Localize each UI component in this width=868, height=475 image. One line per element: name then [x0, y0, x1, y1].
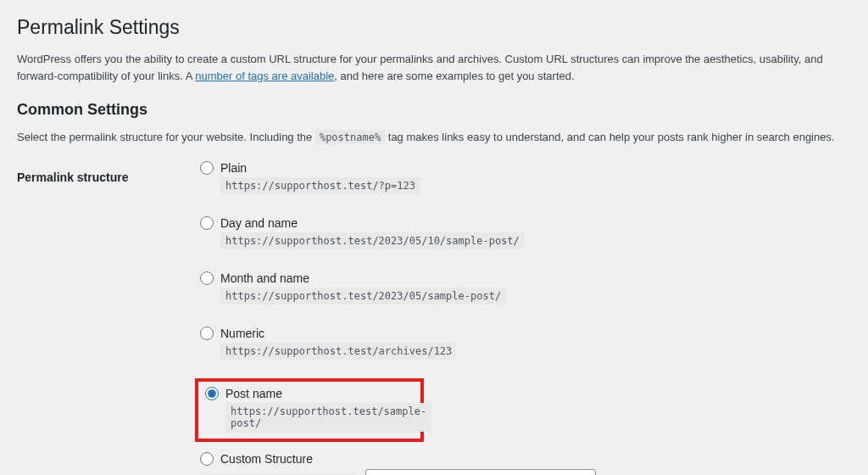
- option-post-name-label: Post name: [225, 387, 282, 400]
- intro-after: , and here are some examples to get you …: [334, 70, 574, 82]
- radio-post-name[interactable]: [205, 387, 219, 400]
- option-numeric-label: Numeric: [220, 327, 264, 340]
- option-numeric[interactable]: Numeric: [200, 327, 846, 340]
- common-help-text: Select the permalink structure for your …: [17, 129, 851, 146]
- option-custom[interactable]: Custom Structure: [200, 452, 846, 466]
- help-before: Select the permalink structure for your …: [17, 131, 315, 143]
- option-custom-label: Custom Structure: [220, 452, 313, 466]
- radio-day-name[interactable]: [200, 216, 214, 230]
- option-month-name[interactable]: Month and name: [200, 271, 846, 285]
- example-month-name: https://supporthost.test/2023/05/sample-…: [220, 288, 506, 305]
- custom-prefix: https://supporthost.test: [200, 472, 357, 476]
- option-post-name[interactable]: Post name: [205, 387, 414, 400]
- option-day-name-label: Day and name: [220, 216, 298, 230]
- example-plain: https://supporthost.test/?p=123: [220, 177, 420, 194]
- radio-numeric[interactable]: [200, 327, 214, 340]
- permalink-structure-label: Permalink structure: [17, 158, 186, 476]
- common-settings-heading: Common Settings: [17, 101, 851, 119]
- option-plain[interactable]: Plain: [200, 161, 846, 175]
- tags-available-link[interactable]: number of tags are available: [195, 70, 334, 82]
- help-after: tag makes links easy to understand, and …: [385, 131, 834, 143]
- intro-text: WordPress offers you the ability to crea…: [17, 51, 851, 84]
- option-plain-label: Plain: [220, 161, 247, 175]
- example-day-name: https://supporthost.test/2023/05/10/samp…: [220, 232, 525, 249]
- option-month-name-label: Month and name: [220, 271, 309, 285]
- page-title: Permalink Settings: [17, 8, 851, 42]
- option-day-name[interactable]: Day and name: [200, 216, 846, 230]
- postname-tag-inline: %postname%: [315, 130, 385, 145]
- example-numeric: https://supporthost.test/archives/123: [220, 343, 457, 360]
- highlight-post-name: Post name https://supporthost.test/sampl…: [195, 378, 424, 442]
- custom-structure-input[interactable]: [365, 469, 596, 476]
- radio-custom[interactable]: [200, 452, 214, 466]
- radio-plain[interactable]: [200, 161, 214, 175]
- radio-month-name[interactable]: [200, 271, 214, 285]
- example-post-name: https://supporthost.test/sample-post/: [225, 403, 431, 432]
